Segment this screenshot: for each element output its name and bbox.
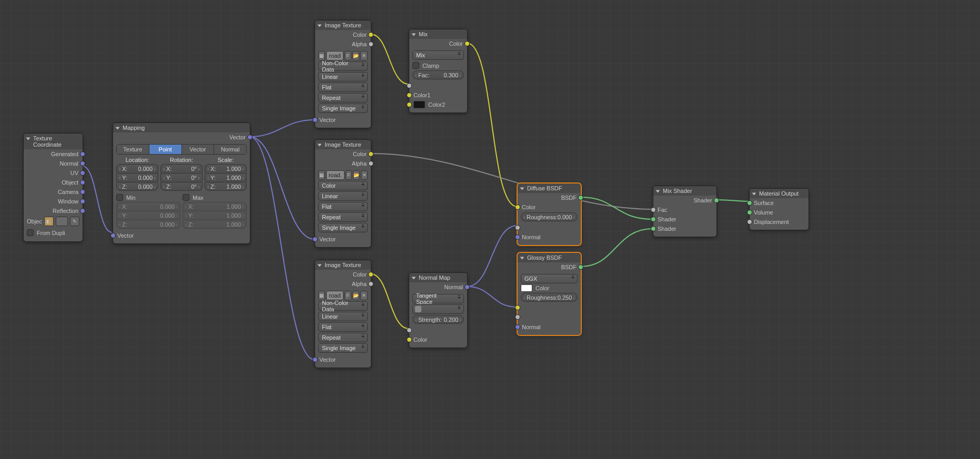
color-space-dropdown[interactable]: Color bbox=[318, 181, 368, 190]
output-generated[interactable]: Generated bbox=[51, 151, 78, 157]
output-color[interactable]: Color bbox=[353, 151, 367, 157]
node-image-texture-2[interactable]: Image Texture Color Alpha ▦ road. F 📂 ✕ … bbox=[315, 139, 371, 248]
clamp-checkbox[interactable]: Clamp bbox=[412, 61, 464, 70]
node-header[interactable]: Material Output bbox=[750, 189, 809, 198]
open-image-icon[interactable]: 📂 bbox=[352, 291, 359, 300]
image-browse-icon[interactable]: ▦ bbox=[318, 291, 325, 300]
extension-dropdown[interactable]: Repeat bbox=[318, 93, 368, 103]
min-z[interactable]: Z:0.000 bbox=[116, 220, 180, 229]
node-header[interactable]: Mix bbox=[409, 29, 467, 39]
output-normal[interactable]: Normal bbox=[444, 284, 463, 290]
node-header[interactable]: Glossy BSDF bbox=[518, 253, 581, 262]
node-mapping[interactable]: Mapping Vector Texture Point Vector Norm… bbox=[113, 123, 250, 244]
node-header[interactable]: Mix Shader bbox=[653, 186, 716, 196]
interpolation-dropdown[interactable]: Linear bbox=[318, 191, 368, 201]
unlink-image-icon[interactable]: ✕ bbox=[360, 51, 367, 60]
node-header[interactable]: Diffuse BSDF bbox=[518, 183, 581, 193]
input-color[interactable]: Color bbox=[522, 204, 536, 210]
uvmap-dropdown[interactable] bbox=[412, 304, 464, 314]
input-vector[interactable]: Vector bbox=[319, 117, 336, 123]
eyedropper-icon[interactable]: ✎ bbox=[70, 217, 79, 226]
interpolation-dropdown[interactable]: Linear bbox=[318, 312, 368, 321]
max-z[interactable]: Z:1.000 bbox=[183, 220, 247, 229]
output-alpha[interactable]: Alpha bbox=[352, 281, 367, 287]
input-color1[interactable]: Color1 bbox=[413, 92, 430, 98]
node-diffuse-bsdf[interactable]: Diffuse BSDF BSDF Color Roughness:0.000 … bbox=[517, 183, 581, 246]
output-object[interactable]: Object bbox=[62, 179, 78, 186]
input-shader-1[interactable]: Shader bbox=[658, 216, 676, 222]
input-displacement[interactable]: Displacement bbox=[754, 219, 789, 225]
min-x[interactable]: X:0.000 bbox=[116, 202, 180, 211]
image-name-field[interactable]: road bbox=[326, 291, 343, 300]
rot-y[interactable]: Y:0° bbox=[160, 173, 203, 182]
projection-dropdown[interactable]: Flat bbox=[318, 322, 368, 332]
input-volume[interactable]: Volume bbox=[754, 209, 773, 216]
loc-z[interactable]: Z:0.000 bbox=[116, 182, 158, 191]
input-color[interactable]: Color bbox=[413, 336, 427, 343]
color-swatch[interactable] bbox=[521, 284, 532, 292]
max-checkbox[interactable]: Max bbox=[183, 193, 247, 202]
node-header[interactable]: Texture Coordinate bbox=[24, 134, 83, 149]
image-browse-icon[interactable]: ▦ bbox=[318, 51, 325, 60]
loc-x[interactable]: X:0.000 bbox=[116, 164, 158, 173]
projection-dropdown[interactable]: Flat bbox=[318, 83, 368, 92]
max-y[interactable]: Y:1.000 bbox=[183, 211, 247, 220]
node-image-texture-1[interactable]: Image Texture Color Alpha ▦ road F 📂 ✕ N… bbox=[315, 20, 371, 128]
color-space-dropdown[interactable]: Non-Color Data bbox=[318, 62, 368, 71]
min-y[interactable]: Y:0.000 bbox=[116, 211, 180, 220]
node-header[interactable]: Mapping bbox=[113, 123, 250, 132]
blend-mode-dropdown[interactable]: Mix bbox=[412, 50, 464, 60]
source-dropdown[interactable]: Single Image bbox=[318, 104, 368, 113]
unlink-image-icon[interactable]: ✕ bbox=[360, 291, 367, 300]
extension-dropdown[interactable]: Repeat bbox=[318, 212, 368, 222]
input-fac[interactable]: Fac bbox=[658, 207, 667, 213]
tab-vector[interactable]: Vector bbox=[182, 145, 215, 154]
min-checkbox[interactable]: Min bbox=[116, 193, 180, 202]
interpolation-dropdown[interactable]: Linear bbox=[318, 72, 368, 81]
output-window[interactable]: Window bbox=[58, 198, 78, 205]
tab-point[interactable]: Point bbox=[149, 145, 182, 154]
input-color2[interactable]: Color2 bbox=[428, 101, 445, 108]
output-alpha[interactable]: Alpha bbox=[352, 160, 367, 167]
output-color[interactable]: Color bbox=[353, 32, 367, 38]
projection-dropdown[interactable]: Flat bbox=[318, 202, 368, 211]
roughness-field[interactable]: Roughness:0.000 bbox=[521, 212, 578, 221]
scl-y[interactable]: Y:1.000 bbox=[205, 173, 247, 182]
rot-x[interactable]: X:0° bbox=[160, 164, 203, 173]
max-x[interactable]: X:1.000 bbox=[183, 202, 247, 211]
image-name-field[interactable]: road bbox=[326, 51, 343, 60]
image-browse-icon[interactable]: ▦ bbox=[318, 170, 325, 180]
scl-x[interactable]: X:1.000 bbox=[205, 164, 247, 173]
open-image-icon[interactable]: 📂 bbox=[353, 170, 360, 180]
output-color[interactable]: Color bbox=[449, 40, 463, 47]
roughness-field[interactable]: Roughness:0.250 bbox=[521, 293, 578, 302]
node-header[interactable]: Image Texture bbox=[315, 260, 371, 270]
output-normal[interactable]: Normal bbox=[60, 160, 78, 167]
object-field[interactable] bbox=[56, 217, 68, 226]
output-shader[interactable]: Shader bbox=[694, 197, 712, 203]
node-normal-map[interactable]: Normal Map Normal Tangent Space Strength… bbox=[409, 272, 468, 348]
scl-z[interactable]: Z:1.000 bbox=[205, 182, 247, 191]
node-header[interactable]: Image Texture bbox=[315, 140, 371, 149]
space-dropdown[interactable]: Tangent Space bbox=[412, 294, 464, 303]
input-shader-2[interactable]: Shader bbox=[658, 226, 676, 232]
extension-dropdown[interactable]: Repeat bbox=[318, 333, 368, 342]
output-color[interactable]: Color bbox=[353, 271, 367, 278]
node-mix-rgb[interactable]: Mix Color Mix Clamp Fac:0.300 Color1 Col… bbox=[409, 29, 468, 113]
color2-swatch[interactable] bbox=[413, 101, 425, 108]
source-dropdown[interactable]: Single Image bbox=[318, 343, 368, 353]
node-material-output[interactable]: Material Output Surface Volume Displacem… bbox=[749, 188, 809, 230]
tab-normal[interactable]: Normal bbox=[214, 145, 246, 154]
fake-user-button[interactable]: F bbox=[346, 170, 352, 180]
unlink-image-icon[interactable]: ✕ bbox=[361, 170, 368, 180]
input-surface[interactable]: Surface bbox=[754, 200, 774, 206]
source-dropdown[interactable]: Single Image bbox=[318, 223, 368, 232]
mapping-type-tabs[interactable]: Texture Point Vector Normal bbox=[116, 144, 247, 155]
output-camera[interactable]: Camera bbox=[58, 189, 78, 195]
input-normal[interactable]: Normal bbox=[522, 324, 540, 330]
output-uv[interactable]: UV bbox=[70, 170, 78, 176]
node-header[interactable]: Normal Map bbox=[409, 273, 467, 282]
image-name-field[interactable]: road. bbox=[326, 170, 345, 180]
output-reflection[interactable]: Reflection bbox=[53, 208, 78, 214]
output-vector[interactable]: Vector bbox=[229, 134, 246, 140]
